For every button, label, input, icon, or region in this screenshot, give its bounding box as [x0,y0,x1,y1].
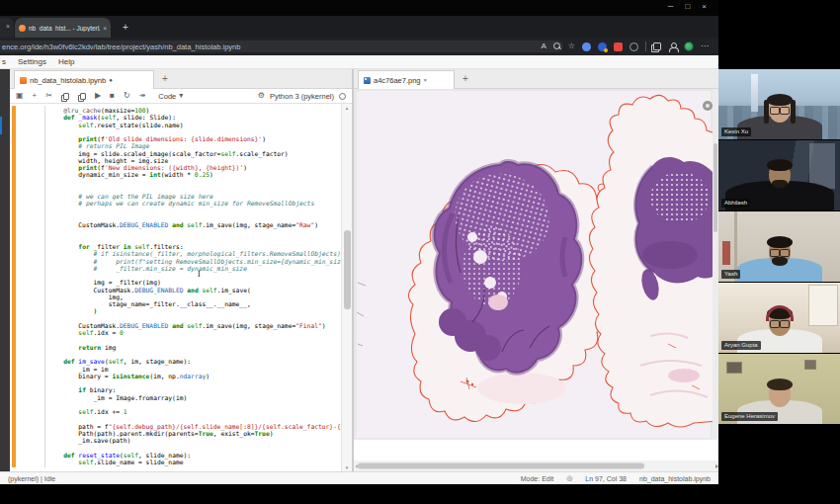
kernel-name[interactable]: Python 3 (pykernel) [270,92,334,101]
code-line [48,214,352,221]
browser-tab-jupyterlab[interactable]: nb_data_hist... - JupyterLab × [15,18,111,38]
code-line: def im_save(self, im, stage_name): [48,358,352,365]
extension-icon-blue[interactable] [582,42,591,51]
gear-icon[interactable]: ⚙ [258,91,265,101]
close-button[interactable]: × [702,2,707,11]
code-line [48,128,352,135]
participant-name-label: Aryan Gupta [721,341,761,350]
code-line: img, [48,294,352,300]
participant-video[interactable]: Aryan Gupta [718,283,840,354]
jupyterlab-app: s Settings Help nb_data_histolab.ipynb ●… [0,55,718,484]
participant-video[interactable]: Abhilash [718,140,840,211]
url-text[interactable]: ence.org/ide/h3w0fv6lc2kdv/lab/tree/proj… [2,42,240,51]
notebook-tab[interactable]: nb_data_histolab.ipynb ● [14,70,154,89]
glasses [770,249,790,257]
menu-item-cut[interactable]: s [2,57,6,66]
save-icon[interactable]: ▣ [16,91,24,101]
participant-head [769,97,791,123]
notebook-file-icon [20,77,27,84]
code-line: print(f'Old slide dimensions: {slide.dim… [48,135,352,142]
tab-close-icon[interactable]: × [103,25,107,32]
code-line: _im = im [48,366,352,373]
participant-name-label: Abhilash [721,199,750,208]
kernel-status-icon[interactable] [339,93,346,100]
read-aloud-icon[interactable]: A [541,42,546,51]
code-line: self.idx = 0 [48,329,352,336]
code-line [48,401,352,408]
extension-icon-badged[interactable] [598,42,607,51]
text-cursor: I [198,270,205,279]
code-line: path = f"{self.debug_path}/{self.slide_n… [48,423,352,430]
participant-head [769,239,791,265]
participant-video[interactable]: Yash [718,211,840,283]
code-line: # print(f"setting RemoveSmallObjects.min… [48,258,352,265]
image-file-icon [364,77,371,84]
left-sidebar-strip[interactable] [0,69,10,471]
image-new-tab-button[interactable]: + [462,73,468,84]
restart-kernel-icon[interactable]: ↻ [124,91,130,101]
maximize-button[interactable]: □ [685,2,690,11]
status-filename[interactable]: nb_data_histolab.ipynb [639,475,711,482]
code-line: CustomMask.DEBUG_ENABLED and self.im_sav… [48,221,352,228]
participant-name-label: Eugene Herasimov [721,412,778,421]
code-line [48,444,352,451]
code-line: self.reset_state(slide.name) [48,122,352,128]
scrollbar-thumb[interactable] [344,230,351,309]
new-launcher-button[interactable]: + [162,73,168,84]
favorites-star-icon[interactable]: ☆ [568,42,575,51]
extension-icon-red[interactable] [614,42,623,51]
cell-type-dropdown[interactable]: Code ▾ [158,91,183,101]
menu-item-help[interactable]: Help [58,57,74,66]
add-cell-icon[interactable]: + [33,91,38,101]
image-viewer-panel: a4c76ae7.png × + [354,69,718,471]
restart-run-all-icon[interactable]: ↠ [139,91,146,101]
new-tab-button[interactable]: + [119,21,132,35]
bell-icon[interactable]: ◎ [566,474,572,482]
hair [767,236,793,248]
extension-icon-ring[interactable] [630,42,638,51]
stop-kernel-icon[interactable]: ■ [110,91,115,101]
copy-cell-icon[interactable] [63,93,69,100]
cut-cell-icon[interactable]: ✂ [45,91,52,101]
unsaved-dot-icon[interactable]: ● [109,77,113,83]
code-line: def reset_state(self, slide_name): [48,452,352,459]
code-line [48,415,352,422]
participant-video[interactable]: Eugene Herasimov [718,354,840,425]
profile-icon[interactable] [668,42,677,51]
notebook-tab-title: nb_data_histolab.ipynb [30,76,106,85]
scroll-down-arrow[interactable]: ▾ [342,464,352,470]
image-tab[interactable]: a4c76ae7.png × [358,70,455,89]
image-tab-title: a4c76ae7.png [374,76,421,85]
paste-cell-icon[interactable] [80,93,86,100]
image-tab-close-icon[interactable]: × [424,77,428,83]
toolbar-divider [645,42,646,51]
minimize-button[interactable]: ─ [668,2,674,11]
jupyter-favicon [19,25,26,32]
scroll-up-arrow[interactable]: ▴ [342,105,352,111]
code-line: # returns PIL Image [48,142,352,149]
collections-icon[interactable] [653,42,661,50]
code-line [48,179,352,186]
run-cell-icon[interactable]: ▶ [95,91,101,101]
jupyter-menu-bar: s Settings Help [0,55,718,69]
participant-head [769,162,791,188]
participant-video[interactable]: Kexin Xu [718,69,840,140]
browser-tab-partial[interactable]: × [0,18,14,38]
search-icon[interactable] [553,42,561,50]
code-line [48,208,352,214]
cursor-position[interactable]: Ln 97, Col 38 [585,475,627,482]
code-line: _im.save(path) [48,437,352,444]
browser-tab-title: nb_data_hist... - JupyterLab [29,25,100,32]
browser-titlebar: ─ □ × [0,0,718,16]
code-editor[interactable]: @lru_cache(maxsize=100) def _mask(self, … [10,104,352,471]
kernel-status-text[interactable]: (pykernel) | Idle [8,475,55,482]
more-menu-icon[interactable]: ⋯ [701,42,709,51]
mode-indicator[interactable]: Mode: Edit [521,475,553,482]
histology-slide-image[interactable] [354,89,718,471]
code-line: img = _filter(img) [48,279,352,286]
code-scrollbar[interactable]: ▴ ▾ [341,104,352,471]
notebook-tab-bar: nb_data_histolab.ipynb ● + [10,69,352,89]
account-avatar[interactable] [684,42,694,51]
menu-item-settings[interactable]: Settings [18,57,46,66]
active-cell-indicator[interactable] [12,106,16,467]
